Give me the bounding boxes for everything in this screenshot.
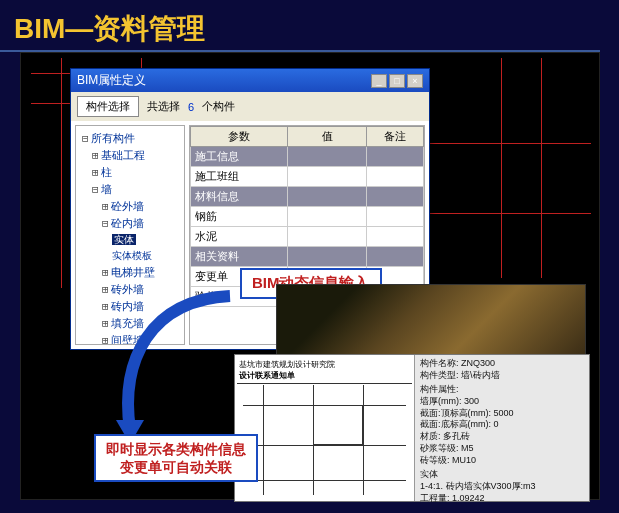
tree-node[interactable]: 实体模板 bbox=[108, 248, 182, 264]
tree-node-selected[interactable]: 实体 bbox=[108, 232, 182, 248]
tree-node[interactable]: ⊟砼内墙 bbox=[98, 215, 182, 232]
col-value: 值 bbox=[288, 127, 367, 147]
tree-node[interactable]: ⊞砼外墙 bbox=[98, 198, 182, 215]
grid-cell[interactable]: 水泥 bbox=[191, 227, 288, 247]
dialog-title: BIM属性定义 bbox=[77, 72, 146, 89]
grid-cell[interactable]: 施工班组 bbox=[191, 167, 288, 187]
grid-cell[interactable]: 钢筋 bbox=[191, 207, 288, 227]
tree-node[interactable]: ⊞砖外墙 bbox=[98, 281, 182, 298]
selection-unit: 个构件 bbox=[202, 99, 235, 114]
tab-component-select[interactable]: 构件选择 bbox=[77, 96, 139, 117]
minimize-button[interactable]: _ bbox=[371, 74, 387, 88]
component-tree[interactable]: ⊟所有构件 ⊞基础工程 ⊞柱 ⊟墙 ⊞砼外墙 ⊟砼内墙 实体 实体模板 ⊞电梯井… bbox=[75, 125, 185, 345]
drawing-area: 基坑市建筑规划设计研究院 设计联系通知单 bbox=[235, 355, 415, 501]
tree-node[interactable]: ⊞基础工程 bbox=[88, 147, 182, 164]
tree-root[interactable]: ⊟所有构件 bbox=[78, 130, 182, 147]
maximize-button[interactable]: □ bbox=[389, 74, 405, 88]
grid-cell[interactable]: 相关资料 bbox=[191, 247, 288, 267]
tree-node[interactable]: ⊞柱 bbox=[88, 164, 182, 181]
tree-node[interactable]: ⊞间壁墙 bbox=[98, 332, 182, 345]
selection-label: 共选择 bbox=[147, 99, 180, 114]
close-button[interactable]: × bbox=[407, 74, 423, 88]
dialog-titlebar[interactable]: BIM属性定义 _ □ × bbox=[71, 69, 429, 92]
component-info-panel: 基坑市建筑规划设计研究院 设计联系通知单 构件名称: ZNQ300 构件类型: … bbox=[234, 354, 590, 502]
tree-node[interactable]: ⊞砖内墙 bbox=[98, 298, 182, 315]
col-note: 备注 bbox=[367, 127, 424, 147]
callout-instant-info: 即时显示各类构件信息 变更单可自动关联 bbox=[94, 434, 258, 482]
drawing-header: 基坑市建筑规划设计研究院 设计联系通知单 bbox=[237, 357, 412, 384]
tree-node[interactable]: ⊞电梯井壁 bbox=[98, 264, 182, 281]
tree-node[interactable]: ⊞填充墙 bbox=[98, 315, 182, 332]
tree-node[interactable]: ⊟墙 bbox=[88, 181, 182, 198]
selection-count: 6 bbox=[188, 101, 194, 113]
col-param: 参数 bbox=[191, 127, 288, 147]
slide-title: BIM—资料管理 bbox=[0, 0, 600, 52]
grid-cell[interactable]: 材料信息 bbox=[191, 187, 288, 207]
grid-cell[interactable]: 施工信息 bbox=[191, 147, 288, 167]
property-text: 构件名称: ZNQ300 构件类型: 墙\砖内墙 构件属性: 墙厚(mm): 3… bbox=[415, 355, 589, 501]
